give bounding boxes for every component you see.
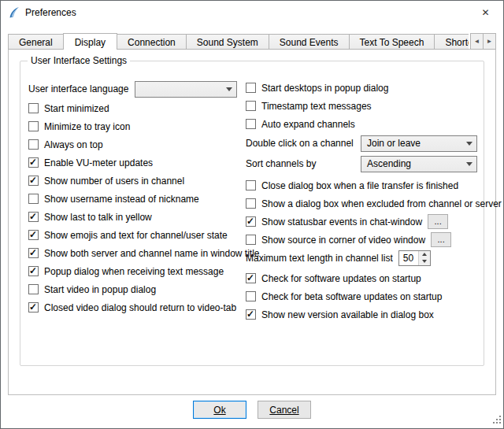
checkbox-box (246, 273, 256, 283)
tab-scroll-left-icon[interactable]: ◄ (470, 33, 484, 50)
sort-channels-label: Sort channels by (246, 158, 316, 169)
checkbox-label: Start video in popup dialog (44, 284, 156, 295)
double-click-label: Double click on a channel (246, 138, 354, 149)
statusbar-events-more-button[interactable]: ... (428, 214, 448, 229)
checkbox-label: Start minimized (44, 103, 109, 114)
checkbox-box (28, 103, 39, 113)
checkbox-label: Always on top (44, 139, 103, 150)
checkbox-start-minimized[interactable]: Start minimized (28, 99, 246, 117)
preferences-dialog: Preferences ✕ General Display Connection… (0, 0, 504, 429)
checkbox-popup-on-text-message[interactable]: Popup dialog when receiving text message (28, 262, 246, 280)
checkbox-label: Show number of users in channel (44, 176, 184, 187)
sort-channels-combobox[interactable]: Ascending (361, 156, 477, 172)
sort-channels-value: Ascending (367, 158, 411, 169)
checkbox-box (28, 266, 39, 276)
spinner-arrows[interactable] (418, 251, 430, 265)
tab-shortcuts[interactable]: Shortcuts (434, 34, 469, 50)
checkbox-check-beta-updates[interactable]: Check for beta software updates on start… (246, 287, 477, 305)
checkbox-auto-expand-channels[interactable]: Auto expand channels (246, 115, 477, 133)
right-column: Start desktops in popup dialog Timestamp… (246, 79, 477, 324)
ok-button-label: Ok (213, 405, 225, 416)
spinner-up-icon[interactable] (419, 251, 430, 258)
checkbox-video-popup-dialog[interactable]: Start video in popup dialog (28, 280, 246, 298)
checkbox-box (246, 198, 256, 209)
max-text-length-row: Maximum text length in channel list 50 (246, 249, 477, 267)
tab-sound-events[interactable]: Sound Events (269, 34, 350, 50)
checkbox-new-version-dialog[interactable]: Show new version available in dialog box (246, 305, 477, 324)
checkbox-check-updates-startup[interactable]: Check for software updates on startup (246, 269, 477, 287)
checkbox-always-on-top[interactable]: Always on top (28, 135, 246, 153)
checkbox-label: Show source in corner of video window (261, 235, 425, 246)
max-text-length-label: Maximum text length in channel list (246, 253, 393, 264)
close-button[interactable]: ✕ (468, 2, 503, 24)
checkbox-last-to-talk-yellow[interactable]: Show last to talk in yellow (28, 208, 246, 226)
checkbox-server-channel-in-title[interactable]: Show both server and channel name in win… (28, 244, 246, 262)
checkbox-box (28, 176, 39, 186)
checkbox-label: Popup dialog when receiving text message (44, 266, 224, 277)
checkbox-vu-meter-updates[interactable]: Enable VU-meter updates (28, 153, 246, 172)
checkbox-minimize-to-tray[interactable]: Minimize to tray icon (28, 117, 246, 135)
checkbox-label: Enable VU-meter updates (44, 157, 153, 168)
tab-text-to-speech[interactable]: Text To Speech (349, 34, 435, 50)
resize-grip[interactable] (491, 414, 502, 427)
checkbox-box (28, 284, 39, 294)
user-interface-settings-group: User Interface Settings User interface l… (20, 61, 484, 366)
video-source-more-button[interactable]: ... (431, 232, 451, 247)
checkbox-username-instead-nickname[interactable]: Show username instead of nickname (28, 190, 246, 208)
tab-scroll-right-icon[interactable]: ► (483, 33, 496, 50)
language-combobox[interactable] (135, 81, 237, 98)
checkbox-box (246, 235, 256, 245)
tab-sound-system[interactable]: Sound System (186, 34, 269, 50)
tab-connection[interactable]: Connection (117, 34, 187, 50)
double-click-combobox[interactable]: Join or leave (361, 135, 477, 152)
checkbox-box (28, 157, 39, 168)
checkbox-box (28, 248, 39, 258)
checkbox-label: Timestamp text messages (261, 101, 372, 112)
checkbox-label: Minimize to tray icon (44, 121, 130, 132)
tab-scroll-buttons: ◄ ► (471, 33, 496, 50)
checkbox-close-on-transfer-finished[interactable]: Close dialog box when a file transfer is… (246, 176, 477, 194)
checkbox-box (28, 302, 39, 313)
checkbox-box (246, 180, 256, 190)
checkbox-timestamp-messages[interactable]: Timestamp text messages (246, 97, 477, 115)
checkbox-box (28, 139, 39, 150)
checkbox-dialog-when-excluded[interactable]: Show a dialog box when excluded from cha… (246, 194, 477, 213)
spinner-down-icon[interactable] (419, 258, 430, 265)
checkbox-emojis-text-state[interactable]: Show emojis and text for channel/user st… (28, 226, 246, 244)
cancel-button-label: Cancel (269, 405, 298, 416)
checkbox-box (28, 212, 39, 222)
checkbox-label: Close dialog box when a file transfer is… (261, 180, 458, 191)
tab-display[interactable]: Display (63, 33, 117, 50)
checkbox-statusbar-events-chat[interactable]: Show statusbar events in chat-window ... (246, 213, 477, 231)
checkbox-label: Check for software updates on startup (261, 273, 421, 284)
chevron-down-icon (466, 162, 472, 166)
checkbox-label: Auto expand channels (261, 119, 355, 130)
cancel-button[interactable]: Cancel (258, 401, 311, 419)
checkbox-label: Show statusbar events in chat-window (261, 216, 422, 227)
display-tab-pane: User Interface Settings User interface l… (8, 49, 496, 395)
checkbox-label: Show a dialog box when excluded from cha… (261, 198, 502, 209)
group-title: User Interface Settings (28, 55, 130, 66)
ok-button[interactable]: Ok (193, 401, 246, 419)
checkbox-label: Show new version available in dialog box (261, 309, 434, 320)
checkbox-closed-video-return-tab[interactable]: Closed video dialog should return to vid… (28, 298, 246, 316)
checkbox-show-source-video-window[interactable]: Show source in corner of video window ..… (246, 231, 477, 249)
checkbox-box (246, 101, 256, 111)
chevron-down-icon (226, 87, 232, 91)
checkbox-box (246, 291, 256, 301)
language-label: User interface language (28, 83, 128, 94)
title-bar[interactable]: Preferences ✕ (1, 1, 503, 24)
checkbox-show-user-count[interactable]: Show number of users in channel (28, 172, 246, 190)
checkbox-box (246, 119, 256, 129)
max-text-length-spinner[interactable]: 50 (398, 250, 431, 266)
checkbox-label: Check for beta software updates on start… (261, 291, 442, 302)
checkbox-box (246, 216, 256, 227)
checkbox-box (28, 194, 39, 204)
checkbox-box (28, 121, 39, 131)
language-row: User interface language (28, 79, 246, 99)
checkbox-label: Show username instead of nickname (44, 194, 199, 205)
checkbox-label: Show last to talk in yellow (44, 212, 152, 223)
checkbox-desktops-popup[interactable]: Start desktops in popup dialog (246, 79, 477, 97)
checkbox-label: Closed video dialog should return to vid… (44, 302, 236, 313)
tab-general[interactable]: General (8, 34, 64, 50)
